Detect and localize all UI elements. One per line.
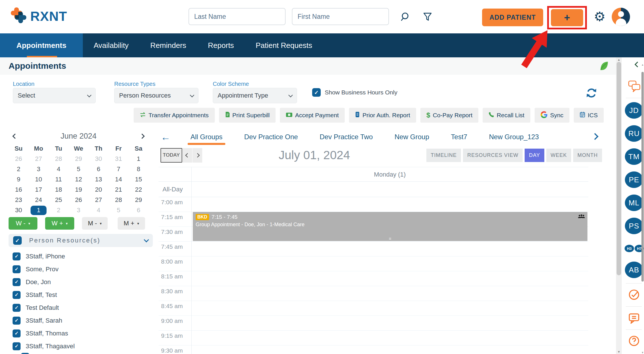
next-day-button[interactable] bbox=[192, 148, 202, 163]
staff-avatar[interactable]: H3 bbox=[625, 245, 634, 252]
co-pay-report-button[interactable]: $ Co-Pay Report bbox=[420, 108, 478, 123]
staff-avatar[interactable]: PS bbox=[625, 218, 643, 234]
mini-calendar-day-cell[interactable]: 19 bbox=[69, 185, 89, 195]
scroll-down-arrow-icon[interactable]: ▼ bbox=[616, 350, 622, 353]
resource-list-item[interactable]: ✓ 3Staff, Sarah bbox=[9, 314, 153, 327]
person-resources-header[interactable]: ✓ Person Resource(s) bbox=[9, 234, 153, 247]
last-name-input[interactable] bbox=[188, 8, 286, 25]
rail-scrollbar[interactable]: ▲ ▼ bbox=[641, 63, 644, 354]
view-resources-button[interactable]: RESOURCES VIEW bbox=[463, 149, 523, 162]
appointment-block[interactable]: BKD 7:15 - 7:45 Group Appointment - Doe,… bbox=[193, 212, 587, 241]
group-tab-all-groups[interactable]: All Groups bbox=[190, 133, 222, 141]
staff-avatar[interactable]: AB bbox=[625, 262, 643, 278]
tab-appointments[interactable]: Appointments bbox=[0, 33, 83, 57]
tab-patient-requests[interactable]: Patient Requests bbox=[245, 33, 323, 57]
group-tab-test7[interactable]: Test7 bbox=[451, 133, 467, 141]
mini-calendar-day-cell[interactable]: 4 bbox=[49, 164, 69, 174]
mini-calendar-day-cell[interactable]: 30 bbox=[89, 154, 109, 164]
google-sync-button[interactable]: Sync bbox=[535, 108, 569, 123]
tab-availability[interactable]: Availability bbox=[83, 33, 139, 57]
group-tab-new-group-123[interactable]: New Group_123 bbox=[489, 133, 539, 141]
mini-calendar-day-cell[interactable]: 8 bbox=[129, 164, 149, 174]
staff-avatar[interactable]: RU bbox=[625, 125, 643, 142]
week-minus-button[interactable]: W -▾ bbox=[9, 217, 37, 230]
view-month-button[interactable]: MONTH bbox=[573, 149, 602, 162]
mini-calendar-day-cell[interactable]: 16 bbox=[9, 185, 29, 195]
group-tab-dev-practice-two[interactable]: Dev Practice Two bbox=[320, 133, 373, 141]
resource-list-item[interactable]: ✓ Doe, Jon bbox=[9, 276, 153, 288]
mini-calendar-day-cell[interactable]: 4 bbox=[89, 205, 109, 215]
resource-list-item[interactable]: ✓ 3Staff, Thagaavel bbox=[9, 340, 153, 353]
mini-calendar-day-cell[interactable]: 6 bbox=[129, 205, 149, 215]
mini-calendar-day-cell[interactable]: 26 bbox=[9, 154, 29, 164]
time-slot-row[interactable]: 8:30 am bbox=[159, 286, 588, 301]
time-slot-row[interactable]: 9:30 am bbox=[159, 345, 588, 354]
mini-calendar-day-cell[interactable]: 24 bbox=[29, 195, 49, 205]
mini-calendar-next-icon[interactable] bbox=[139, 133, 145, 139]
recall-list-button[interactable]: Recall List bbox=[483, 108, 530, 123]
rxnt-logo[interactable]: RXNT bbox=[10, 7, 67, 26]
collapse-rail-chevron-icon[interactable] bbox=[635, 62, 639, 68]
filter-icon[interactable] bbox=[422, 11, 433, 23]
resource-checkbox[interactable]: ✓ bbox=[13, 317, 21, 325]
mini-calendar-day-cell[interactable]: 11 bbox=[49, 174, 69, 185]
groups-back-arrow-icon[interactable]: ← bbox=[161, 133, 170, 141]
prev-day-button[interactable] bbox=[182, 148, 192, 163]
mini-calendar-day-cell[interactable]: 13 bbox=[89, 174, 109, 185]
mini-calendar-day-cell[interactable]: 1 bbox=[129, 154, 149, 164]
mini-calendar-day-cell[interactable]: 28 bbox=[109, 195, 129, 205]
group-tab-new-group[interactable]: New Group bbox=[394, 133, 429, 141]
mini-calendar-day-cell[interactable]: 27 bbox=[89, 195, 109, 205]
scroll-up-arrow-icon[interactable]: ▲ bbox=[641, 63, 644, 66]
resource-checkbox[interactable] bbox=[21, 353, 29, 354]
question-circle-icon[interactable] bbox=[628, 335, 640, 348]
mini-calendar-prev-icon[interactable] bbox=[12, 133, 17, 139]
time-slot-row[interactable]: 8:45 am bbox=[159, 301, 588, 316]
resource-checkbox[interactable]: ✓ bbox=[13, 252, 21, 260]
accept-payment-button[interactable]: Accept Payment bbox=[280, 108, 345, 123]
mini-calendar-day-cell[interactable]: 5 bbox=[109, 205, 129, 215]
mini-calendar-day-cell[interactable]: 28 bbox=[49, 154, 69, 164]
groups-next-chevron-icon[interactable] bbox=[593, 134, 597, 140]
month-minus-button[interactable]: M -▾ bbox=[82, 217, 108, 230]
tab-reminders[interactable]: Reminders bbox=[139, 33, 197, 57]
view-week-button[interactable]: WEEK bbox=[546, 149, 571, 162]
print-superbill-button[interactable]: Print Superbill bbox=[219, 108, 276, 123]
ics-button[interactable]: ICS bbox=[574, 108, 604, 123]
resource-checkbox[interactable]: ✓ bbox=[13, 278, 21, 286]
business-hours-toggle[interactable]: ✓ Show Business Hours Only bbox=[312, 88, 397, 97]
mini-calendar-day-cell[interactable]: 25 bbox=[49, 195, 69, 205]
resize-handle[interactable]: = bbox=[389, 236, 392, 241]
main-scrollbar[interactable]: ▲ ▼ bbox=[616, 57, 622, 354]
chat-bubbles-icon[interactable] bbox=[628, 80, 641, 93]
mini-calendar-day-cell[interactable]: 3 bbox=[29, 164, 49, 174]
add-patient-button[interactable]: ADD PATIENT bbox=[482, 9, 543, 26]
view-timeline-button[interactable]: TIMELINE bbox=[426, 149, 461, 162]
time-slot-row[interactable]: 9:15 am bbox=[159, 331, 588, 345]
location-select[interactable]: Select bbox=[13, 88, 96, 103]
user-avatar[interactable] bbox=[612, 8, 630, 26]
resource-list-item[interactable]: ✓ 3Staff, iPhone bbox=[9, 250, 153, 263]
staff-avatar[interactable]: ML bbox=[625, 195, 643, 211]
mini-calendar-day-cell[interactable]: 9 bbox=[9, 174, 29, 185]
color-scheme-select[interactable]: Appointment Type bbox=[213, 88, 297, 103]
mini-calendar-day-cell[interactable]: 29 bbox=[69, 154, 89, 164]
mini-calendar-day-cell[interactable]: 29 bbox=[129, 195, 149, 205]
check-circle-icon[interactable] bbox=[628, 288, 640, 302]
group-tab-dev-practice-one[interactable]: Dev Practice One bbox=[244, 133, 298, 141]
mini-calendar-day-cell[interactable]: 31 bbox=[109, 154, 129, 164]
mini-calendar-day-cell[interactable]: 20 bbox=[89, 185, 109, 195]
mini-calendar-day-cell[interactable]: 22 bbox=[129, 185, 149, 195]
mini-calendar-day-cell[interactable]: 5 bbox=[69, 164, 89, 174]
mini-calendar-day-cell[interactable]: 6 bbox=[89, 164, 109, 174]
time-slot-row[interactable]: 9:00 am bbox=[159, 316, 588, 331]
staff-avatar[interactable]: TM bbox=[625, 148, 643, 165]
resource-checkbox[interactable]: ✓ bbox=[13, 291, 21, 299]
mini-calendar-day-cell[interactable]: 10 bbox=[29, 174, 49, 185]
mini-calendar-day-cell[interactable]: 1 bbox=[29, 205, 49, 215]
mini-calendar-day-cell[interactable]: 14 bbox=[109, 174, 129, 185]
time-slot-row[interactable]: 7:00 am bbox=[159, 197, 588, 212]
view-day-button[interactable]: DAY bbox=[525, 149, 544, 162]
today-button[interactable]: TODAY bbox=[161, 148, 182, 163]
all-day-row[interactable]: All-Day bbox=[159, 182, 588, 197]
